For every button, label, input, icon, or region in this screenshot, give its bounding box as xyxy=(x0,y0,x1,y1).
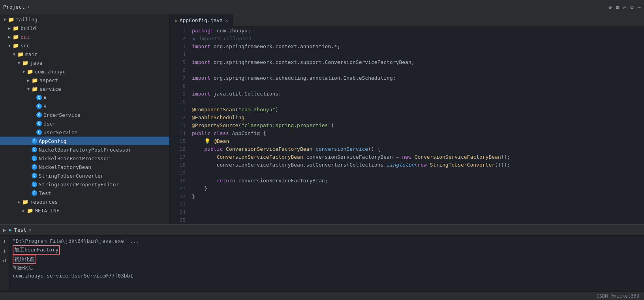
sidebar-item-service[interactable]: ▼📁service xyxy=(0,84,169,93)
class-label: NickelBeanFactoryPostProcessor xyxy=(39,147,131,153)
line-number: 4 xyxy=(175,51,186,58)
minimize-icon[interactable]: − xyxy=(638,4,641,10)
line-number: 2 xyxy=(175,35,186,43)
class-label: StringToUserPropertyEditor xyxy=(39,182,119,188)
class-label: AppConfig xyxy=(39,138,66,144)
sidebar-item-User[interactable]: CUser xyxy=(0,119,169,128)
sidebar-item-com.zhouyu[interactable]: ▼📁com.zhouyu xyxy=(0,67,169,76)
folder-label: java xyxy=(30,60,42,66)
class-label: OrderService xyxy=(43,112,81,118)
sidebar-item-B[interactable]: CB xyxy=(0,102,169,111)
bottom-tab-bar: ▶ ▶ Test ✕ xyxy=(0,225,644,236)
code-editor[interactable]: 1234567891011121314151617181920212223242… xyxy=(170,27,644,224)
line-number: 18 xyxy=(175,161,186,169)
line-number: 16 xyxy=(175,145,186,153)
arrow-icon: ▶ xyxy=(6,26,13,30)
project-sidebar[interactable]: ▼📁tailing▶📁build▶📁out▼📁src▼📁main▼📁java▼📁… xyxy=(0,14,170,224)
code-line: package com.zhouyu; xyxy=(192,27,641,35)
run-icon: ▶ xyxy=(3,227,6,233)
sidebar-item-StringToUserPropertyEditor[interactable]: CStringToUserPropertyEditor xyxy=(0,180,169,189)
sidebar-item-Test[interactable]: CTest xyxy=(0,189,169,197)
console-line: 初始化前 xyxy=(13,255,641,264)
scroll-up-btn[interactable]: ↑ xyxy=(3,237,6,245)
sidebar-item-resources[interactable]: ▶📁resources xyxy=(0,197,169,206)
navigate-icon[interactable]: ⊕ xyxy=(608,4,612,10)
sidebar-item-UserService[interactable]: CUserService xyxy=(0,128,169,137)
line-number: 1 xyxy=(175,27,186,35)
code-content: package com.zhouyu;▶ imports collapsedim… xyxy=(189,27,644,224)
structure-icon[interactable]: ≡ xyxy=(616,4,619,10)
class-label: NickelFactoryBean xyxy=(39,164,91,170)
line-number: 11 xyxy=(175,106,186,114)
code-line: public ConversionServiceFactoryBean conv… xyxy=(192,145,641,153)
code-line: @EnableScheduling xyxy=(192,114,641,122)
sidebar-item-META-INF[interactable]: ▶📁META-INF xyxy=(0,206,169,215)
sidebar-item-aspect[interactable]: ▶📁aspect xyxy=(0,76,169,84)
settings-icon[interactable]: ⚙ xyxy=(630,4,633,10)
line-number: 14 xyxy=(175,129,186,137)
tab-appconfig[interactable]: ☕ AppConfig.java ✕ xyxy=(170,14,233,27)
sidebar-item-tailing[interactable]: ▼📁tailing xyxy=(0,15,169,24)
console-line: 加工beanFactory xyxy=(13,245,641,255)
project-dropdown-icon[interactable]: ▾ xyxy=(27,5,30,9)
rerun-btn[interactable]: ↺ xyxy=(3,256,6,264)
arrow-icon: ▶ xyxy=(21,208,27,213)
sidebar-item-A[interactable]: CA xyxy=(0,93,169,102)
console-line: "D:\Program File\jdk\64\bin\java.exe" ..… xyxy=(13,237,641,245)
toolbar-icons: ⊕ ≡ ⇌ ⚙ − xyxy=(608,4,641,10)
sidebar-item-out[interactable]: ▶📁out xyxy=(0,32,169,41)
sidebar-item-src[interactable]: ▼📁src xyxy=(0,41,169,50)
tab-close-button[interactable]: ✕ xyxy=(225,18,228,23)
test-tab-close[interactable]: ✕ xyxy=(29,227,32,232)
class-label: StringToUserConverter xyxy=(39,173,103,179)
folder-label: resources xyxy=(30,199,58,205)
folder-label: tailing xyxy=(16,17,38,22)
class-badge: C xyxy=(32,190,37,196)
bottom-panel: ▶ ▶ Test ✕ ↑ ↓ ↺ "D:\Program File\jdk\64… xyxy=(0,224,644,291)
sidebar-item-OrderService[interactable]: COrderService xyxy=(0,111,169,119)
sidebar-item-StringToUserConverter[interactable]: CStringToUserConverter xyxy=(0,171,169,180)
sidebar-item-build[interactable]: ▶📁build xyxy=(0,24,169,32)
sidebar-item-AppConfig[interactable]: CAppConfig xyxy=(0,137,169,145)
line-number: 19 xyxy=(175,169,186,177)
tab-run-icon: ▶ xyxy=(9,227,12,232)
class-label: B xyxy=(43,103,47,109)
console-line: com.zhouyu.service.UserService@77f03bb1 xyxy=(13,272,641,280)
console-line: 初始化后 xyxy=(13,264,641,272)
code-line xyxy=(192,51,641,58)
code-line: import org.springframework.context.annot… xyxy=(192,43,641,51)
class-label: UserService xyxy=(43,129,77,135)
project-label[interactable]: Project ▾ xyxy=(3,4,30,10)
code-line xyxy=(192,216,641,224)
code-line: @PropertySource("classpath:spring.proper… xyxy=(192,122,641,129)
sidebar-item-NickelFactoryBean[interactable]: CNickelFactoryBean xyxy=(0,163,169,171)
class-label: A xyxy=(43,95,47,101)
code-line: public class AppConfig { xyxy=(192,129,641,137)
arrow-icon: ▼ xyxy=(2,17,8,22)
folder-label: aspect xyxy=(39,77,58,83)
class-badge: C xyxy=(36,121,42,126)
sidebar-item-NickelBeanPostProcessor[interactable]: CNickelBeanPostProcessor xyxy=(0,154,169,163)
class-badge: C xyxy=(32,164,37,170)
editor-area: ☕ AppConfig.java ✕ 123456789101112131415… xyxy=(170,14,644,224)
folder-icon: 📁 xyxy=(8,17,14,22)
line-number: 12 xyxy=(175,114,186,122)
class-badge: C xyxy=(36,103,42,109)
class-badge: C xyxy=(32,138,37,144)
scroll-down-btn[interactable]: ↓ xyxy=(3,247,6,255)
class-label: NickelBeanPostProcessor xyxy=(39,156,110,161)
compare-icon[interactable]: ⇌ xyxy=(623,4,626,10)
sidebar-item-NickelBeanFactoryPostProcessor[interactable]: CNickelBeanFactoryPostProcessor xyxy=(0,145,169,154)
sidebar-item-main[interactable]: ▼📁main xyxy=(0,50,169,58)
line-number: 17 xyxy=(175,153,186,161)
bottom-content: ↑ ↓ ↺ "D:\Program File\jdk\64\bin\java.e… xyxy=(0,236,644,291)
line-number: 6 xyxy=(175,66,186,74)
code-line: @ComponentScan("com.zhouyu") xyxy=(192,106,641,114)
console-output[interactable]: "D:\Program File\jdk\64\bin\java.exe" ..… xyxy=(9,236,644,291)
folder-icon: 📁 xyxy=(13,34,19,40)
test-tab[interactable]: ▶ Test ✕ xyxy=(6,225,35,236)
code-line: ConversionServiceFactoryBean conversionS… xyxy=(192,153,641,161)
sidebar-item-java[interactable]: ▼📁java xyxy=(0,58,169,67)
arrow-icon: ▶ xyxy=(25,78,32,82)
folder-icon: 📁 xyxy=(32,77,38,83)
